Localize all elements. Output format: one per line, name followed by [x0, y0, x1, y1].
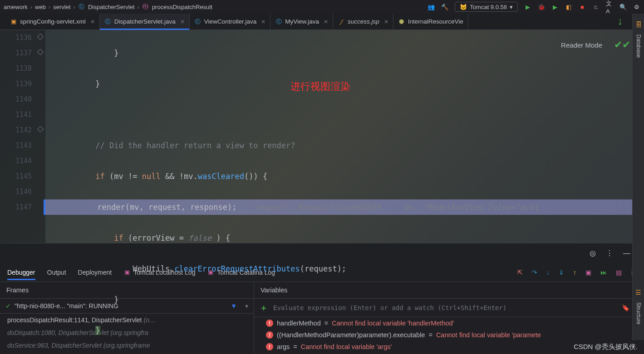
close-icon[interactable]: ✕	[324, 19, 328, 25]
java-class-icon: Ⓒ	[194, 18, 202, 25]
tab-myview[interactable]: ⒸMyView.java✕	[270, 14, 333, 29]
check-icon: ✓	[5, 302, 11, 310]
reader-mode-widget[interactable]: Reader Mode ✔✔	[561, 39, 630, 51]
chevron-down-icon: ▾	[510, 4, 513, 10]
gear-icon[interactable]: ⚙	[633, 3, 640, 10]
user-icon[interactable]: 👥	[428, 3, 435, 10]
breadcrumb[interactable]: web	[35, 4, 46, 10]
class-icon: Ⓒ	[78, 3, 85, 10]
tab-internal-resource[interactable]: ⬢InternalResourceVie	[393, 14, 468, 29]
tab-view-controller[interactable]: ⒸViewController.java✕	[190, 14, 270, 29]
locale-icon[interactable]: 文A	[606, 3, 613, 10]
code-comment: // Did the handler return a view to rend…	[95, 141, 295, 150]
breadcrumb[interactable]: DispatcherServlet	[88, 4, 135, 10]
database-tool[interactable]: Database	[635, 34, 642, 58]
run-button[interactable]: ▶	[524, 3, 531, 10]
close-icon[interactable]: ✕	[384, 19, 388, 25]
fold-marker-icon[interactable]	[37, 49, 44, 55]
method-icon: ⓜ	[142, 3, 149, 10]
download-icon[interactable]: ⭣	[617, 18, 624, 26]
search-icon[interactable]: 🔍	[619, 3, 627, 10]
close-icon[interactable]: ✕	[90, 19, 95, 25]
editor-tabs: ▣springConfig-servlet.xml✕ ⒸDispatcherSe…	[0, 14, 644, 30]
navigation-bar: amework› web› servlet› Ⓒ DispatcherServl…	[0, 0, 644, 14]
lib-icon: ⬢	[398, 18, 405, 25]
java-class-icon: Ⓒ	[275, 18, 282, 25]
breadcrumb[interactable]: servlet	[53, 4, 70, 10]
code-editor[interactable]: Reader Mode ✔✔ 进行视图渲染 1136 1137 1138 113…	[0, 30, 644, 243]
xml-icon: ▣	[10, 18, 17, 25]
database-icon[interactable]: 🗄	[635, 21, 642, 28]
annotation-label: 进行视图渲染	[290, 80, 350, 93]
fold-marker-icon[interactable]	[37, 126, 44, 132]
editor-gutter[interactable]: 1136 1137 1138 1139 1140 1141 1142 1143 …	[0, 30, 45, 243]
tomcat-icon: 🐱	[460, 3, 467, 10]
build-icon[interactable]: 🔨	[441, 3, 448, 10]
java-class-icon: Ⓒ	[104, 18, 112, 25]
inlay-hint: mv: "ModelAndView [view="myVi	[404, 203, 539, 212]
reader-mode-label: Reader Mode	[561, 41, 602, 49]
tab-dispatcher-servlet[interactable]: ⒸDispatcherServlet.java✕	[100, 14, 190, 29]
breadcrumb[interactable]: processDispatchResult	[152, 4, 212, 10]
tab-debugger[interactable]: Debugger	[7, 265, 35, 280]
breadcrumb[interactable]: amework	[4, 4, 28, 10]
inspection-ok-icon[interactable]: ✔✔	[614, 39, 630, 51]
watermark: CSDN @秃头披风侠.	[574, 343, 638, 351]
close-icon[interactable]: ✕	[261, 19, 265, 25]
debug-button[interactable]: 🐞	[538, 3, 545, 10]
coverage-button[interactable]: ▶	[551, 3, 559, 10]
tab-spring-config[interactable]: ▣springConfig-servlet.xml✕	[5, 14, 100, 29]
profile-button[interactable]: ◧	[565, 3, 572, 10]
code-area[interactable]: } } // Did the handler return a view to …	[45, 30, 644, 243]
structure-tool[interactable]: Structure	[635, 302, 642, 325]
structure-icon[interactable]: ☰	[635, 289, 641, 296]
close-icon[interactable]: ✕	[180, 19, 185, 25]
inlay-hint: request: RequestFacade@4849	[255, 203, 380, 212]
jsp-icon: 𝑓	[338, 18, 345, 25]
commit-icon[interactable]: ⎌	[592, 3, 600, 10]
fold-marker-icon[interactable]	[37, 34, 44, 40]
execution-line: render(mv, request, response); request: …	[44, 199, 644, 215]
run-config-select[interactable]: 🐱 Tomcat 9.0.58 ▾	[455, 2, 518, 12]
tab-success-jsp[interactable]: 𝑓success.jsp✕	[333, 14, 393, 29]
stop-button[interactable]: ■	[579, 3, 586, 10]
run-config-label: Tomcat 9.0.58	[470, 4, 507, 10]
right-tool-rail: 🗄 Database ☰ Structure	[632, 14, 644, 340]
